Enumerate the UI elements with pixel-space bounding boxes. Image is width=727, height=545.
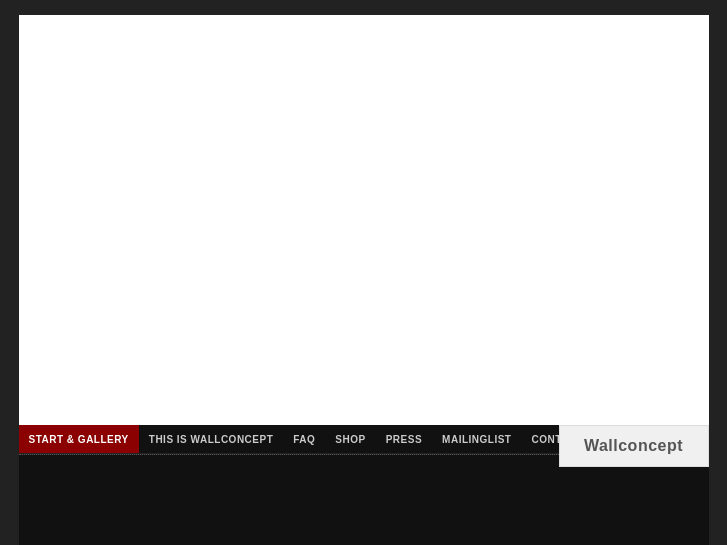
nav-item-press[interactable]: PRESS — [376, 425, 432, 453]
main-content-frame — [19, 15, 709, 425]
nav-item-shop[interactable]: SHOP — [325, 425, 375, 453]
nav-item-start-gallery[interactable]: START & GALLERY — [19, 425, 139, 453]
bottom-area — [19, 455, 709, 545]
navbar-wrapper: START & GALLERY THIS IS WALLCONCEPT FAQ … — [19, 425, 709, 453]
site-logo[interactable]: Wallconcept — [559, 425, 709, 467]
logo-text: Wallconcept — [584, 437, 683, 455]
nav-item-this-is-wallconcept[interactable]: THIS IS WALLCONCEPT — [139, 425, 284, 453]
nav-item-faq[interactable]: FAQ — [283, 425, 325, 453]
nav-item-mailinglist[interactable]: MAILINGLIST — [432, 425, 521, 453]
page-container: START & GALLERY THIS IS WALLCONCEPT FAQ … — [0, 0, 727, 545]
